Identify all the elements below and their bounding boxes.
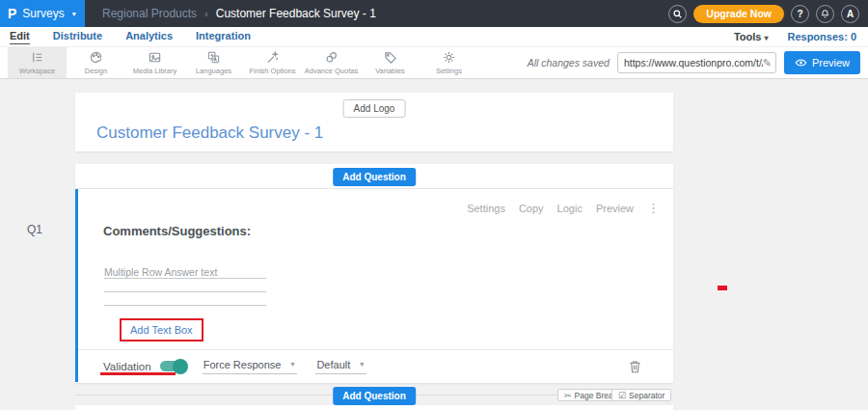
answer-row-input-2[interactable] <box>104 279 266 292</box>
gear-icon <box>442 50 456 65</box>
palette-icon <box>89 50 103 65</box>
add-question-strip: Add Question <box>75 164 673 189</box>
breadcrumb-current: Customer Feedback Survey - 1 <box>216 7 376 20</box>
editor-canvas: Add Logo Customer Feedback Survey - 1 Q1… <box>0 80 868 410</box>
question-text[interactable]: Comments/Suggestions: <box>103 224 251 238</box>
next-card-edge <box>75 405 673 410</box>
topbar: P Surveys ▾ Regional Products › Customer… <box>0 0 868 27</box>
answer-row-input-1[interactable] <box>104 265 266 279</box>
survey-header-card: Add Logo Customer Feedback Survey - 1 <box>75 93 673 151</box>
annotation-highlight-box: Add Text Box <box>120 318 203 342</box>
brand-menu[interactable]: P Surveys ▾ <box>0 0 85 27</box>
chevron-down-icon: ▾ <box>360 360 364 369</box>
add-logo-button[interactable]: Add Logo <box>343 99 406 118</box>
chevron-down-icon: ▾ <box>290 360 294 369</box>
search-button[interactable] <box>668 5 687 23</box>
trash-icon <box>629 360 641 373</box>
translate-icon <box>206 50 221 65</box>
checkbox-icon: ☑ <box>618 391 626 400</box>
annotation-red-dash <box>718 286 727 290</box>
tool-advance-quotas[interactable]: Advance Quotas <box>302 47 361 78</box>
tools-dropdown[interactable]: Tools ▾ <box>734 31 769 42</box>
tool-workspace[interactable]: Workspace <box>8 47 67 78</box>
add-question-button-top[interactable]: Add Question <box>333 168 416 186</box>
notifications-button[interactable] <box>816 5 834 23</box>
tool-variables[interactable]: Variables <box>361 47 420 78</box>
add-question-button-bottom[interactable]: Add Question <box>333 387 416 405</box>
search-icon <box>672 9 683 19</box>
workspace-icon <box>30 50 44 65</box>
validation-label: Validation <box>103 361 151 372</box>
chevron-down-icon: ▾ <box>764 34 768 42</box>
brand-label: Surveys <box>22 7 64 20</box>
question-body: Settings Copy Logic Preview ⋮ Comments/S… <box>75 189 673 382</box>
tool-media-library[interactable]: Media Library <box>125 47 184 78</box>
question-logic-link[interactable]: Logic <box>557 203 583 214</box>
upgrade-now-button[interactable]: Upgrade Now <box>693 5 784 23</box>
survey-title[interactable]: Customer Feedback Survey - 1 <box>96 123 323 143</box>
tool-design[interactable]: Design <box>67 47 125 78</box>
image-icon <box>148 50 162 65</box>
tool-languages[interactable]: Languages <box>184 47 243 78</box>
preview-button[interactable]: Preview <box>784 51 860 74</box>
eye-icon <box>795 58 807 68</box>
edit-toolbar: Workspace Design Media Library Languages… <box>0 47 868 79</box>
bell-icon <box>820 9 830 19</box>
question-copy-link[interactable]: Copy <box>519 203 544 214</box>
breadcrumb-separator: › <box>204 8 208 19</box>
answer-row-input-3[interactable] <box>104 292 266 306</box>
subnav: Edit Distribute Analytics Integration To… <box>0 27 868 47</box>
tab-edit[interactable]: Edit <box>10 30 30 44</box>
survey-url-input[interactable] <box>624 57 763 68</box>
autosave-status: All changes saved <box>528 57 610 68</box>
tab-distribute[interactable]: Distribute <box>53 30 102 43</box>
breadcrumb-parent[interactable]: Regional Products <box>102 7 197 20</box>
tab-integration[interactable]: Integration <box>196 30 251 43</box>
validation-bar: Validation Force Response ▾ Default ▾ <box>78 349 673 382</box>
separator-button[interactable]: ☑ Separator <box>611 389 671 401</box>
tool-finish-options[interactable]: Finish Options <box>243 47 302 78</box>
question-mark-icon: ? <box>797 9 802 19</box>
force-response-select[interactable]: Force Response ▾ <box>203 359 298 374</box>
chevron-down-icon: ▾ <box>72 10 76 18</box>
breadcrumb: Regional Products › Customer Feedback Su… <box>102 7 376 20</box>
default-select[interactable]: Default ▾ <box>315 359 366 374</box>
between-questions-row: Add Question ✂ Page Break ☑ Separator <box>75 386 673 403</box>
add-text-box-button[interactable]: Add Text Box <box>122 320 202 340</box>
help-button[interactable]: ? <box>791 5 809 23</box>
delete-question-button[interactable] <box>629 360 641 373</box>
kebab-menu-icon[interactable]: ⋮ <box>647 201 660 215</box>
scissors-icon: ✂ <box>564 391 572 400</box>
topbar-actions: Upgrade Now ? A <box>668 5 868 23</box>
question-settings-link[interactable]: Settings <box>467 203 505 214</box>
annotation-red-underline <box>100 372 176 375</box>
tool-settings[interactable]: Settings <box>420 47 478 78</box>
question-number: Q1 <box>27 223 42 236</box>
answer-rows <box>104 265 266 306</box>
tag-icon <box>383 50 397 65</box>
responses-link[interactable]: Responses: 0 <box>787 31 856 42</box>
question-menu: Settings Copy Logic Preview ⋮ <box>467 201 660 215</box>
edit-pencil-icon[interactable]: ✎ <box>763 57 772 69</box>
validation-toggle[interactable] <box>160 361 186 371</box>
question-preview-link[interactable]: Preview <box>596 203 634 214</box>
survey-url-field: ✎ <box>617 52 776 73</box>
tab-analytics[interactable]: Analytics <box>125 30 173 43</box>
questionpro-logo: P <box>8 7 16 20</box>
avatar[interactable]: A <box>841 5 859 23</box>
quotas-icon <box>324 50 339 65</box>
wand-icon <box>265 50 280 65</box>
question-card: Add Question Settings Copy Logic Preview… <box>75 164 673 383</box>
